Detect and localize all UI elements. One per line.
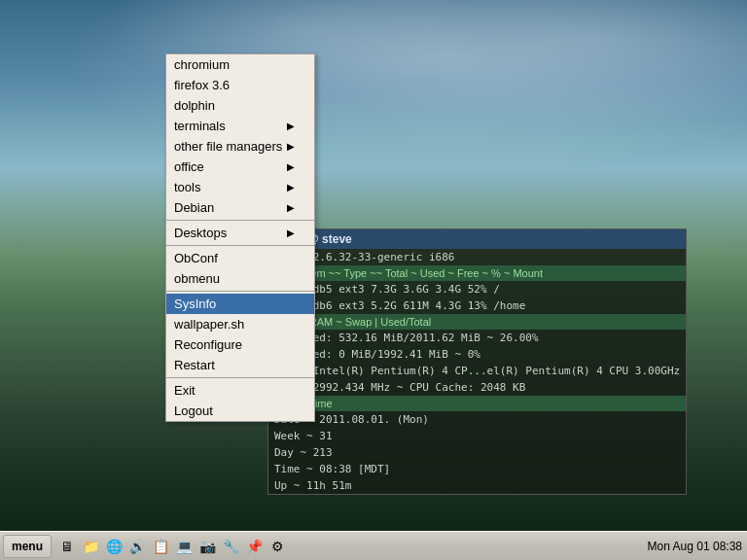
taskbar-icon-9[interactable]: ⚙ — [267, 536, 288, 557]
menu-item-terminals[interactable]: terminals ▶ — [166, 116, 314, 136]
sysinfo-ram: RAM used: 532.16 MiB/2011.62 MiB ~ 26.00… — [268, 330, 686, 346]
taskbar-icon-2[interactable]: 🌐 — [103, 536, 124, 557]
submenu-arrow-terminals: ▶ — [287, 121, 295, 131]
separator-3 — [166, 291, 314, 292]
menu-item-obconf[interactable]: ObConf — [166, 248, 314, 268]
sysinfo-day: Day ~ 213 — [268, 444, 686, 461]
sysinfo-fs-1: /dev/sdb5 ext3 7.3G 3.6G 3.4G 52% / — [268, 281, 686, 298]
start-menu-button[interactable]: menu — [3, 535, 52, 558]
menu-item-reconfigure[interactable]: Reconfigure — [166, 334, 314, 355]
menu-item-restart[interactable]: Restart — [166, 355, 314, 375]
submenu-arrow-office: ▶ — [287, 161, 295, 172]
menu-item-office[interactable]: office ▶ — [166, 157, 314, 177]
menu-item-sysinfo[interactable]: SysInfo — [166, 294, 314, 314]
sysinfo-uptime: Up ~ 11h 51m — [268, 477, 686, 494]
taskbar-icon-7[interactable]: 🔧 — [220, 536, 241, 557]
sysinfo-date: Date ~ 2011.08.01. (Mon) — [268, 411, 686, 428]
menu-item-obmenu[interactable]: obmenu — [166, 268, 314, 289]
sysinfo-panel: steve @ steve Linux 2.6.32-33-generic i6… — [267, 228, 687, 495]
separator-1 — [166, 220, 314, 221]
sysinfo-cpu1: CPU ~ Intel(R) Pentium(R) 4 CP...el(R) P… — [268, 363, 686, 379]
taskbar-icons: 🖥 📁 🌐 🔊 📋 💻 📷 🔧 📌 ⚙ — [56, 536, 288, 557]
separator-4 — [166, 377, 314, 378]
sysinfo-datetime-header: Date ~ Time — [268, 396, 686, 411]
taskbar-datetime: Mon Aug 01 08:38 — [648, 540, 742, 553]
context-menu: chromium firefox 3.6 dolphin terminals ▶… — [165, 53, 315, 422]
separator-2 — [166, 245, 314, 246]
menu-item-wallpaper[interactable]: wallpaper.sh — [166, 314, 314, 334]
submenu-arrow-other-file-managers: ▶ — [287, 141, 295, 152]
submenu-arrow-tools: ▶ — [287, 182, 295, 192]
sysinfo-filesystem-header: Filesystem ~~ Type ~~ Total ~ Used ~ Fre… — [268, 265, 686, 281]
sysinfo-user-host: steve @ steve — [268, 229, 686, 249]
sysinfo-time: Time ~ 08:38 [MDT] — [268, 461, 686, 477]
taskbar-icon-6[interactable]: 📷 — [196, 536, 218, 557]
taskbar-icon-5[interactable]: 💻 — [173, 536, 195, 557]
menu-item-desktops[interactable]: Desktops ▶ — [166, 223, 314, 243]
sysinfo-fs-2: /dev/sdb6 ext3 5.2G 611M 4.3G 13% /home — [268, 298, 686, 314]
taskbar-icon-3[interactable]: 🔊 — [126, 536, 148, 557]
sysinfo-swap: Swp used: 0 MiB/1992.41 MiB ~ 0% — [268, 346, 686, 363]
menu-item-debian[interactable]: Debian ▶ — [166, 197, 314, 218]
menu-item-logout[interactable]: Logout — [166, 401, 314, 421]
taskbar-right: Mon Aug 01 08:38 — [648, 540, 747, 553]
submenu-arrow-desktops: ▶ — [287, 228, 295, 238]
submenu-arrow-debian: ▶ — [287, 202, 295, 213]
taskbar: menu 🖥 📁 🌐 🔊 📋 💻 📷 🔧 📌 ⚙ Mon Aug 01 08:3… — [0, 531, 747, 560]
taskbar-icon-4[interactable]: 📋 — [150, 536, 171, 557]
taskbar-icon-0[interactable]: 🖥 — [56, 536, 78, 557]
sysinfo-week: Week ~ 31 — [268, 428, 686, 444]
sysinfo-resources-header: CPU ~ RAM ~ Swap | Used/Total — [268, 314, 686, 330]
menu-item-chromium[interactable]: chromium — [166, 54, 314, 75]
sky-overlay — [0, 0, 747, 194]
sysinfo-os: Linux 2.6.32-33-generic i686 — [268, 249, 686, 265]
taskbar-icon-8[interactable]: 📌 — [243, 536, 265, 557]
menu-item-firefox[interactable]: firefox 3.6 — [166, 75, 314, 95]
sysinfo-cpu2: CPU @ 2992.434 MHz ~ CPU Cache: 2048 KB — [268, 379, 686, 396]
menu-item-exit[interactable]: Exit — [166, 380, 314, 401]
menu-item-other-file-managers[interactable]: other file managers ▶ — [166, 136, 314, 157]
menu-item-dolphin[interactable]: dolphin — [166, 95, 314, 116]
menu-item-tools[interactable]: tools ▶ — [166, 177, 314, 197]
taskbar-icon-1[interactable]: 📁 — [80, 536, 101, 557]
